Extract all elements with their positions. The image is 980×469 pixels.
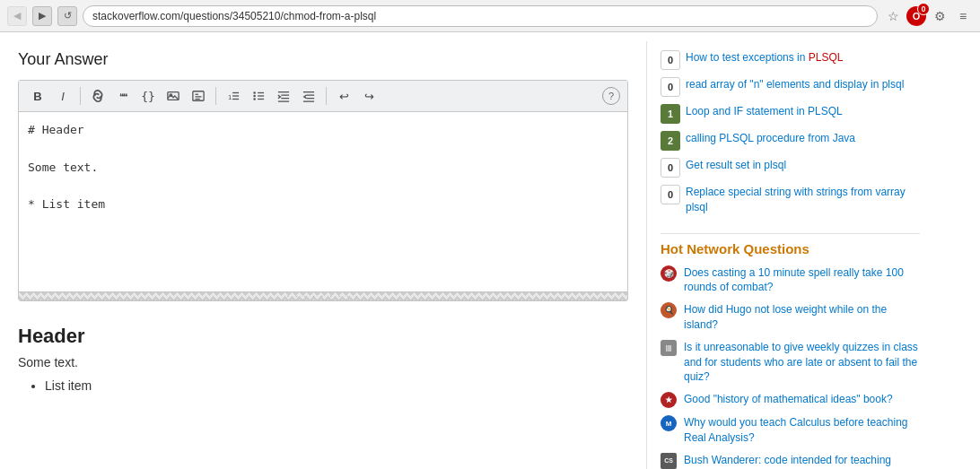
hot-network-item: CS Bush Wanderer: code intended for teac…: [661, 453, 920, 469]
forward-button[interactable]: ▶: [32, 6, 52, 26]
hot-network-section: Hot Network Questions 🎲 Does casting a 1…: [661, 241, 920, 469]
opera-badge: 0: [917, 3, 930, 15]
help-button[interactable]: ?: [602, 87, 620, 105]
blockquote-button[interactable]: ❝❝: [111, 84, 135, 108]
site-icon-math-se: M: [661, 415, 677, 431]
related-item: 0 read array of "n" elements and display…: [661, 77, 920, 97]
hot-link[interactable]: How did Hugo not lose weight while on th…: [684, 302, 920, 333]
related-link[interactable]: Get result set in plsql: [686, 158, 786, 173]
site-icon-math: ★: [661, 392, 677, 408]
vote-badge: 0: [661, 50, 680, 70]
hot-link[interactable]: Is it unreasonable to give weekly quizze…: [684, 340, 920, 385]
image-button[interactable]: [162, 84, 185, 108]
hot-network-item: M Why would you teach Calculus before te…: [661, 415, 920, 446]
your-answer-title: Your Answer: [18, 50, 628, 69]
hot-network-item: ★ Good "history of mathematical ideas" b…: [661, 392, 920, 408]
vote-badge: 1: [661, 104, 680, 124]
related-link[interactable]: read array of "n" elements and display i…: [686, 77, 904, 92]
opera-icon: O 0: [906, 6, 926, 26]
svg-point-12: [253, 98, 256, 100]
url-text: stackoverflow.com/questions/34505210/chm…: [92, 10, 376, 22]
vote-badge: 2: [661, 131, 680, 151]
toolbar-sep-2: [215, 87, 216, 105]
main-content: Your Answer B I ❝❝ {}: [0, 41, 646, 469]
svg-point-10: [253, 91, 256, 94]
editor-resize-handle[interactable]: · · · · · · · · ·: [19, 291, 627, 300]
svg-point-11: [253, 95, 256, 98]
link-button[interactable]: [86, 84, 109, 108]
code-block-button[interactable]: [187, 84, 210, 108]
address-bar[interactable]: stackoverflow.com/questions/34505210/chm…: [83, 5, 878, 27]
outdent-button[interactable]: [297, 84, 320, 108]
site-icon-rpg: 🎲: [661, 265, 677, 282]
toolbar-sep-1: [80, 87, 81, 105]
related-item: 2 calling PLSQL procedure from Java: [661, 131, 920, 151]
editor-container: B I ❝❝ {}: [18, 80, 628, 301]
hot-link[interactable]: Good "history of mathematical ideas" boo…: [684, 392, 893, 407]
settings-button[interactable]: ⚙: [930, 6, 949, 26]
redo-button[interactable]: ↪: [357, 84, 381, 108]
indent-button[interactable]: [272, 84, 295, 108]
related-link[interactable]: Replace special string with strings from…: [686, 185, 920, 215]
hot-link[interactable]: Why would you teach Calculus before teac…: [684, 415, 920, 446]
ol-button[interactable]: 1.: [222, 84, 245, 108]
related-link[interactable]: calling PLSQL procedure from Java: [686, 131, 855, 146]
resize-dots: · · · · · · · · ·: [286, 291, 359, 301]
star-button[interactable]: ☆: [883, 6, 903, 26]
browser-chrome: ◀ ▶ ↺ stackoverflow.com/questions/345052…: [0, 0, 980, 32]
hot-link[interactable]: Bush Wanderer: code intended for teachin…: [684, 453, 891, 468]
italic-button[interactable]: I: [51, 84, 74, 108]
browser-actions: ☆ O 0 ⚙ ≡: [883, 6, 973, 26]
related-link[interactable]: How to test exceptions in PLSQL: [686, 50, 843, 65]
ul-button[interactable]: [247, 84, 270, 108]
editor-textarea[interactable]: # Header Some text. * List item: [19, 112, 627, 291]
site-icon-cooking: 🍳: [661, 302, 677, 318]
preview-area: Header Some text. List item: [18, 316, 628, 402]
preview-header: Header: [18, 325, 628, 348]
related-item: 0 How to test exceptions in PLSQL: [661, 50, 920, 70]
undo-button[interactable]: ↩: [332, 84, 355, 108]
bold-button[interactable]: B: [26, 84, 49, 108]
toolbar-sep-3: [326, 87, 327, 105]
site-icon-academia: |||: [661, 340, 677, 356]
related-link[interactable]: Loop and IF statement in PLSQL: [686, 104, 843, 119]
code-button[interactable]: {}: [136, 84, 160, 108]
hot-network-item: 🍳 How did Hugo not lose weight while on …: [661, 302, 920, 333]
hot-network-item: 🎲 Does casting a 10 minute spell really …: [661, 265, 920, 296]
refresh-button[interactable]: ↺: [57, 6, 77, 26]
related-item: 0 Get result set in plsql: [661, 158, 920, 178]
menu-button[interactable]: ≡: [953, 6, 973, 26]
page-content: Your Answer B I ❝❝ {}: [0, 32, 980, 469]
divider: [661, 233, 920, 234]
back-button[interactable]: ◀: [7, 6, 27, 26]
related-item: 1 Loop and IF statement in PLSQL: [661, 104, 920, 124]
editor-toolbar: B I ❝❝ {}: [19, 81, 627, 112]
vote-badge: 0: [661, 185, 680, 204]
hot-network-title: Hot Network Questions: [661, 241, 920, 256]
preview-text: Some text.: [18, 355, 628, 369]
related-questions: 0 How to test exceptions in PLSQL 0 read…: [661, 50, 920, 215]
site-icon-cstheory: CS: [661, 453, 677, 469]
vote-badge: 0: [661, 158, 680, 178]
hot-link[interactable]: Does casting a 10 minute spell really ta…: [684, 265, 920, 296]
vote-badge: 0: [661, 77, 680, 97]
preview-list: List item: [18, 378, 628, 393]
plsql-text: PLSQL: [809, 51, 844, 64]
sidebar: 0 How to test exceptions in PLSQL 0 read…: [646, 41, 933, 469]
related-item: 0 Replace special string with strings fr…: [661, 185, 920, 215]
hot-network-item: ||| Is it unreasonable to give weekly qu…: [661, 340, 920, 385]
preview-list-item: List item: [45, 378, 628, 393]
